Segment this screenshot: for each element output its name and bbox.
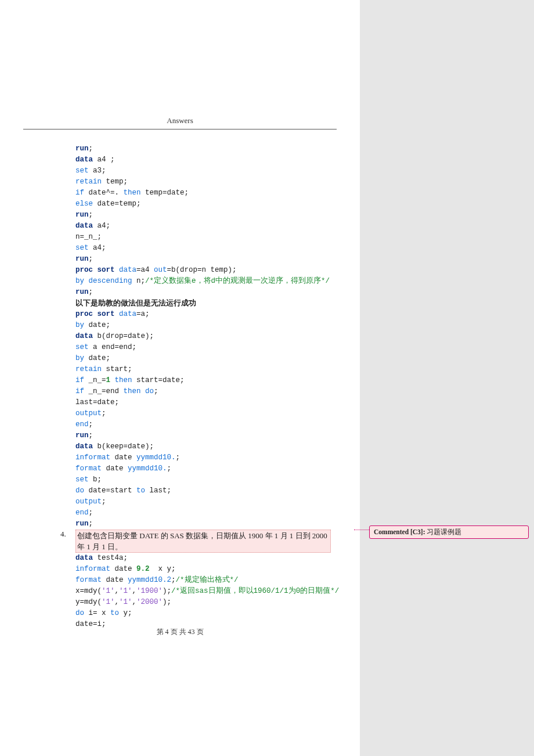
page-number-footer: 第 4 页 共 43 页 xyxy=(0,627,360,637)
question-4: 4. 创建包含日期变量 DATE 的 SAS 数据集，日期值从 1900 年 1… xyxy=(60,530,331,553)
comment-balloon[interactable]: Commented [C3]: 习题课例题 xyxy=(369,525,529,539)
code-block-3: data test4a; informat date 9.2 x y; form… xyxy=(75,553,331,630)
question-text-highlight: 创建包含日期变量 DATE 的 SAS 数据集，日期值从 1900 年 1 月 … xyxy=(75,530,331,553)
comment-pane: Commented [C3]: 习题课例题 xyxy=(366,0,534,756)
comment-text: 习题课例题 xyxy=(427,528,461,535)
header-rule xyxy=(23,129,337,129)
question-number: 4. xyxy=(60,530,66,539)
code-block-1: run; data a4 ; set a3; retain temp; if d… xyxy=(75,143,331,298)
document-page: Answers run; data a4 ; set a3; retain te… xyxy=(0,0,360,756)
page-title: Answers xyxy=(23,116,337,125)
content-area: run; data a4 ; set a3; retain temp; if d… xyxy=(23,143,337,630)
comment-label: Commented [C3]: xyxy=(374,528,425,535)
note-line: 以下是助教的做法但是无法运行成功 xyxy=(75,298,331,309)
code-block-2: proc sort data=a; by date; data b(drop=d… xyxy=(75,309,331,530)
